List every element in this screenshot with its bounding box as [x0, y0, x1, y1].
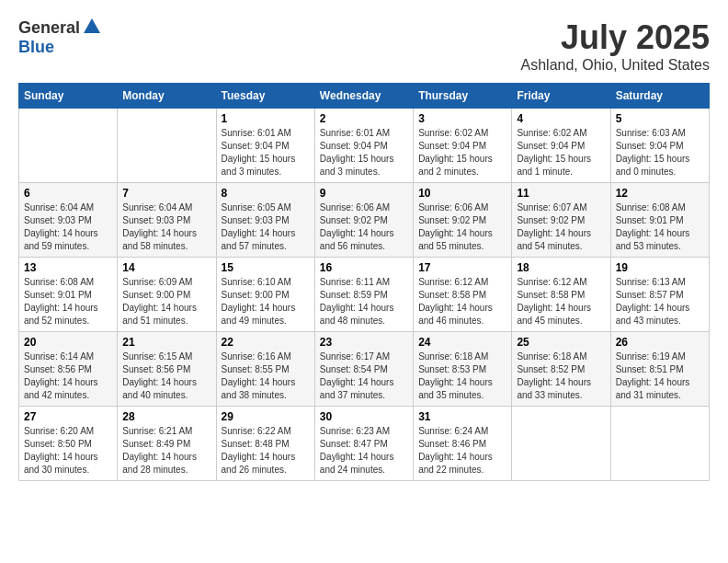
title-block: July 2025 Ashland, Ohio, United States: [521, 18, 710, 74]
table-row: 5 Sunrise: 6:03 AM Sunset: 9:04 PM Dayli…: [610, 109, 709, 183]
day-number: 19: [616, 261, 704, 274]
day-detail: Sunrise: 6:10 AM Sunset: 9:00 PM Dayligh…: [222, 276, 310, 327]
logo-general-text: General: [18, 18, 80, 38]
day-detail: Sunrise: 6:18 AM Sunset: 8:52 PM Dayligh…: [517, 350, 605, 402]
table-row: 26 Sunrise: 6:19 AM Sunset: 8:51 PM Dayl…: [610, 332, 709, 407]
logo-blue-text: Blue: [18, 38, 54, 56]
col-saturday: Saturday: [610, 84, 709, 109]
table-row: 16 Sunrise: 6:11 AM Sunset: 8:59 PM Dayl…: [314, 258, 413, 332]
day-number: 18: [517, 261, 605, 274]
table-row: 17 Sunrise: 6:12 AM Sunset: 8:58 PM Dayl…: [414, 258, 512, 332]
day-number: 1: [222, 112, 310, 125]
day-number: 26: [616, 336, 704, 349]
day-number: 12: [616, 187, 704, 200]
day-number: 13: [24, 261, 112, 274]
logo: General Blue: [18, 18, 102, 57]
day-detail: Sunrise: 6:07 AM Sunset: 9:02 PM Dayligh…: [517, 201, 605, 253]
table-row: 23 Sunrise: 6:17 AM Sunset: 8:54 PM Dayl…: [314, 332, 413, 407]
table-row: 27 Sunrise: 6:20 AM Sunset: 8:50 PM Dayl…: [19, 407, 118, 481]
location-title: Ashland, Ohio, United States: [521, 57, 710, 74]
day-number: 24: [418, 336, 506, 349]
table-row: 1 Sunrise: 6:01 AM Sunset: 9:04 PM Dayli…: [216, 109, 314, 183]
day-number: 27: [24, 410, 112, 423]
day-detail: Sunrise: 6:04 AM Sunset: 9:03 PM Dayligh…: [24, 201, 112, 253]
day-number: 23: [320, 336, 408, 349]
table-row: 22 Sunrise: 6:16 AM Sunset: 8:55 PM Dayl…: [216, 332, 314, 407]
day-number: 7: [122, 187, 210, 200]
day-detail: Sunrise: 6:09 AM Sunset: 9:00 PM Dayligh…: [122, 276, 210, 327]
col-wednesday: Wednesday: [314, 84, 413, 109]
table-row: 13 Sunrise: 6:08 AM Sunset: 9:01 PM Dayl…: [19, 258, 118, 332]
table-row: 6 Sunrise: 6:04 AM Sunset: 9:03 PM Dayli…: [19, 183, 118, 258]
day-number: 25: [517, 336, 605, 349]
table-row: 8 Sunrise: 6:05 AM Sunset: 9:03 PM Dayli…: [216, 183, 314, 258]
table-row: [118, 109, 216, 183]
table-row: 11 Sunrise: 6:07 AM Sunset: 9:02 PM Dayl…: [512, 183, 610, 258]
day-detail: Sunrise: 6:06 AM Sunset: 9:02 PM Dayligh…: [320, 201, 408, 253]
table-row: [610, 407, 709, 481]
table-row: 29 Sunrise: 6:22 AM Sunset: 8:48 PM Dayl…: [216, 407, 314, 481]
day-detail: Sunrise: 6:01 AM Sunset: 9:04 PM Dayligh…: [222, 127, 310, 178]
table-row: 15 Sunrise: 6:10 AM Sunset: 9:00 PM Dayl…: [216, 258, 314, 332]
day-detail: Sunrise: 6:19 AM Sunset: 8:51 PM Dayligh…: [616, 350, 704, 402]
day-number: 17: [418, 261, 506, 274]
day-detail: Sunrise: 6:21 AM Sunset: 8:49 PM Dayligh…: [122, 425, 210, 477]
day-detail: Sunrise: 6:11 AM Sunset: 8:59 PM Dayligh…: [320, 276, 408, 327]
day-detail: Sunrise: 6:01 AM Sunset: 9:04 PM Dayligh…: [320, 127, 408, 178]
day-detail: Sunrise: 6:18 AM Sunset: 8:53 PM Dayligh…: [418, 350, 506, 402]
table-row: 25 Sunrise: 6:18 AM Sunset: 8:52 PM Dayl…: [512, 332, 610, 407]
day-number: 16: [320, 261, 408, 274]
day-detail: Sunrise: 6:15 AM Sunset: 8:56 PM Dayligh…: [122, 350, 210, 402]
table-row: [19, 109, 118, 183]
logo-icon: [82, 17, 102, 37]
table-row: 4 Sunrise: 6:02 AM Sunset: 9:04 PM Dayli…: [512, 109, 610, 183]
col-monday: Monday: [118, 84, 216, 109]
col-sunday: Sunday: [19, 84, 118, 109]
col-tuesday: Tuesday: [216, 84, 314, 109]
day-number: 2: [320, 112, 408, 125]
day-number: 6: [24, 187, 112, 200]
day-detail: Sunrise: 6:12 AM Sunset: 8:58 PM Dayligh…: [517, 276, 605, 327]
day-detail: Sunrise: 6:24 AM Sunset: 8:46 PM Dayligh…: [418, 425, 506, 477]
day-number: 9: [320, 187, 408, 200]
day-number: 28: [122, 410, 210, 423]
day-number: 29: [222, 410, 310, 423]
page-header: General Blue July 2025 Ashland, Ohio, Un…: [18, 18, 710, 74]
table-row: [512, 407, 610, 481]
day-detail: Sunrise: 6:22 AM Sunset: 8:48 PM Dayligh…: [222, 425, 310, 477]
table-row: 30 Sunrise: 6:23 AM Sunset: 8:47 PM Dayl…: [314, 407, 413, 481]
table-row: 21 Sunrise: 6:15 AM Sunset: 8:56 PM Dayl…: [118, 332, 216, 407]
table-row: 18 Sunrise: 6:12 AM Sunset: 8:58 PM Dayl…: [512, 258, 610, 332]
day-number: 22: [222, 336, 310, 349]
day-number: 30: [320, 410, 408, 423]
table-row: 19 Sunrise: 6:13 AM Sunset: 8:57 PM Dayl…: [610, 258, 709, 332]
day-number: 15: [222, 261, 310, 274]
col-friday: Friday: [512, 84, 610, 109]
col-thursday: Thursday: [414, 84, 512, 109]
table-row: 12 Sunrise: 6:08 AM Sunset: 9:01 PM Dayl…: [610, 183, 709, 258]
svg-marker-0: [84, 18, 100, 33]
month-title: July 2025: [521, 18, 710, 57]
table-row: 28 Sunrise: 6:21 AM Sunset: 8:49 PM Dayl…: [118, 407, 216, 481]
table-row: 10 Sunrise: 6:06 AM Sunset: 9:02 PM Dayl…: [414, 183, 512, 258]
day-detail: Sunrise: 6:06 AM Sunset: 9:02 PM Dayligh…: [418, 201, 506, 253]
day-detail: Sunrise: 6:04 AM Sunset: 9:03 PM Dayligh…: [122, 201, 210, 253]
day-number: 5: [616, 112, 704, 125]
day-detail: Sunrise: 6:12 AM Sunset: 8:58 PM Dayligh…: [418, 276, 506, 327]
day-detail: Sunrise: 6:23 AM Sunset: 8:47 PM Dayligh…: [320, 425, 408, 477]
day-detail: Sunrise: 6:14 AM Sunset: 8:56 PM Dayligh…: [24, 350, 112, 402]
day-detail: Sunrise: 6:08 AM Sunset: 9:01 PM Dayligh…: [616, 201, 704, 253]
calendar-header-row: Sunday Monday Tuesday Wednesday Thursday…: [19, 84, 710, 109]
day-detail: Sunrise: 6:20 AM Sunset: 8:50 PM Dayligh…: [24, 425, 112, 477]
table-row: 24 Sunrise: 6:18 AM Sunset: 8:53 PM Dayl…: [414, 332, 512, 407]
table-row: 2 Sunrise: 6:01 AM Sunset: 9:04 PM Dayli…: [314, 109, 413, 183]
day-number: 10: [418, 187, 506, 200]
day-detail: Sunrise: 6:16 AM Sunset: 8:55 PM Dayligh…: [222, 350, 310, 402]
day-detail: Sunrise: 6:05 AM Sunset: 9:03 PM Dayligh…: [222, 201, 310, 253]
day-number: 21: [122, 336, 210, 349]
day-detail: Sunrise: 6:03 AM Sunset: 9:04 PM Dayligh…: [616, 127, 704, 178]
day-number: 14: [122, 261, 210, 274]
table-row: 20 Sunrise: 6:14 AM Sunset: 8:56 PM Dayl…: [19, 332, 118, 407]
table-row: 3 Sunrise: 6:02 AM Sunset: 9:04 PM Dayli…: [414, 109, 512, 183]
table-row: 7 Sunrise: 6:04 AM Sunset: 9:03 PM Dayli…: [118, 183, 216, 258]
